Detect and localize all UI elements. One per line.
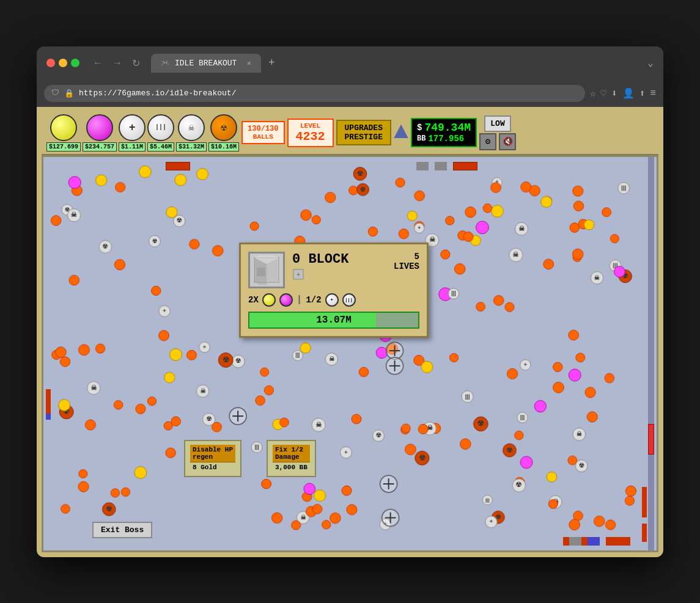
popup-ball-icons: 2X | 1/2 + ||| bbox=[248, 293, 419, 307]
account-icon[interactable]: 👤 bbox=[622, 87, 635, 100]
ball-btn-basic[interactable]: $127.699 bbox=[46, 114, 81, 152]
game-board[interactable]: 0 BLOCK + 5 LIVES 2X | bbox=[42, 155, 658, 552]
block-name: 0 BLOCK bbox=[292, 252, 386, 267]
popup-header: 0 BLOCK + 5 LIVES bbox=[248, 252, 419, 288]
upgrades-label: UPGRADES bbox=[345, 123, 383, 133]
sound-button[interactable]: 🔇 bbox=[499, 133, 516, 150]
bb-label: BB bbox=[417, 134, 426, 143]
address-bar[interactable]: 🛡 🔒 https://76games.io/idle-breakout/ bbox=[44, 85, 585, 102]
boss-tooltip-2-cost: 3,000 BB bbox=[273, 462, 310, 472]
lock-icon: 🔒 bbox=[64, 89, 74, 98]
popup-progress-bar: 13.07M bbox=[248, 312, 419, 329]
boss-tooltip-2-header: Fix 1/2 Damage bbox=[273, 445, 310, 462]
block-lives-label: LIVES bbox=[394, 261, 419, 271]
ball-btn-nuclear[interactable]: ☢ $10.16M bbox=[208, 114, 239, 152]
extensions-icon[interactable]: ⬆ bbox=[639, 87, 646, 100]
plasma-ball-price: $234.757 bbox=[83, 142, 117, 152]
basic-ball-icon bbox=[50, 114, 77, 141]
chevron-down-icon[interactable]: ⌄ bbox=[647, 57, 654, 69]
traffic-lights bbox=[46, 59, 79, 67]
reload-button[interactable]: ↻ bbox=[128, 56, 144, 70]
minimize-button[interactable] bbox=[59, 59, 67, 67]
browser-window: ← → ↻ 🎮 IDLE BREAKOUT ✕ + ⌄ 🛡 🔒 https://… bbox=[37, 46, 663, 557]
level-display: LEVEL 4232 bbox=[287, 119, 334, 147]
game-scrollbar[interactable] bbox=[648, 157, 654, 550]
gray-block-top-mid bbox=[416, 162, 429, 170]
popup-multiplier: 2X bbox=[248, 295, 259, 305]
settings-area: ⚙ 🔇 bbox=[479, 133, 516, 150]
ball-btn-scatter[interactable]: ||| $5.46M bbox=[147, 114, 174, 152]
shield-icon: 🛡 bbox=[51, 89, 59, 98]
gray-block-top-mid2 bbox=[435, 162, 447, 170]
popup-yellow-ball bbox=[262, 293, 276, 307]
boss-tooltip-2[interactable]: Fix 1/2 Damage 3,000 BB bbox=[267, 440, 316, 477]
tab-favicon: 🎮 bbox=[161, 59, 170, 68]
close-button[interactable] bbox=[46, 59, 55, 67]
popup-progress-value: 13.07M bbox=[316, 315, 352, 326]
settings-gear-button[interactable]: ⚙ bbox=[479, 133, 496, 150]
url-text[interactable]: https://76games.io/idle-breakout/ bbox=[79, 89, 236, 98]
basic-ball-price: $127.699 bbox=[46, 142, 81, 152]
level-value: 4232 bbox=[296, 130, 325, 144]
sniper-ball-icon: + bbox=[119, 114, 146, 141]
popup-half: 1/2 bbox=[306, 295, 321, 305]
ball-btn-plasma[interactable]: $234.757 bbox=[83, 114, 117, 152]
red-block-top-left bbox=[166, 162, 190, 170]
gray-block-bot1 bbox=[569, 537, 581, 546]
active-tab[interactable]: 🎮 IDLE BREAKOUT ✕ bbox=[151, 54, 261, 73]
svg-text:+: + bbox=[297, 272, 300, 279]
forward-button[interactable]: → bbox=[109, 56, 126, 70]
bookmark-icon[interactable]: ☆ bbox=[590, 87, 596, 100]
popup-pink-ball bbox=[279, 293, 293, 307]
balls-count-display: 130/130 BALLS bbox=[241, 121, 284, 144]
reading-list-icon[interactable]: ♡ bbox=[600, 87, 606, 100]
money-display: $ 749.34M BB 177.956 bbox=[411, 118, 477, 147]
blue-block-bot bbox=[588, 537, 600, 546]
left-indicator-blue bbox=[46, 414, 51, 420]
dollar-row: $ 749.34M bbox=[417, 122, 471, 134]
game-header: $127.699 $234.757 + $1.11M ||| bbox=[42, 112, 658, 155]
balls-count-text: 130/130 bbox=[248, 125, 278, 133]
right-indicator-red-bot bbox=[642, 524, 647, 542]
quality-button[interactable]: LOW bbox=[484, 115, 510, 132]
tab-title: IDLE BREAKOUT bbox=[175, 59, 237, 68]
red-block-top-right bbox=[453, 162, 477, 170]
sniper-ball-price: $1.11M bbox=[119, 142, 146, 152]
poison-ball-icon: ☠ bbox=[178, 114, 205, 141]
maximize-button[interactable] bbox=[71, 59, 79, 67]
popup-white-ball-scatter: ||| bbox=[342, 293, 356, 307]
prestige-arrow-button[interactable]: ▲ bbox=[394, 120, 408, 145]
new-tab-button[interactable]: + bbox=[263, 54, 280, 71]
history-buttons: ← → ↻ bbox=[89, 56, 144, 70]
balls-label: BALLS bbox=[248, 133, 278, 141]
plasma-ball-icon bbox=[86, 114, 113, 141]
boss-tooltip-1-cost: 8 Gold bbox=[190, 462, 235, 472]
download-icon[interactable]: ⬇ bbox=[611, 87, 617, 100]
scatter-ball-icon: ||| bbox=[147, 114, 174, 141]
svg-rect-4 bbox=[257, 268, 265, 276]
nuclear-ball-icon: ☢ bbox=[210, 114, 237, 141]
back-button[interactable]: ← bbox=[89, 56, 106, 70]
exit-boss-button[interactable]: Exit Boss bbox=[92, 522, 152, 538]
ball-btn-sniper[interactable]: + $1.11M bbox=[119, 114, 146, 152]
scatter-ball-price: $5.46M bbox=[147, 142, 174, 152]
popup-white-ball-plus: + bbox=[325, 293, 339, 307]
right-indicator-red-top bbox=[642, 487, 647, 517]
menu-icon[interactable]: ≡ bbox=[650, 88, 656, 99]
boss-tooltip-1-header: Disable HP regen bbox=[190, 445, 235, 462]
browser-toolbar: 🛡 🔒 https://76games.io/idle-breakout/ ☆ … bbox=[37, 80, 663, 107]
bb-value: 177.956 bbox=[428, 134, 464, 144]
block-info: 0 BLOCK + bbox=[292, 252, 386, 280]
poison-ball-price: $31.32M bbox=[176, 142, 207, 152]
popup-lives-area: 5 LIVES bbox=[394, 252, 419, 271]
toolbar-actions: ☆ ♡ ⬇ 👤 ⬆ ≡ bbox=[590, 87, 656, 100]
ball-btn-poison[interactable]: ☠ $31.32M bbox=[176, 114, 207, 152]
money-value: 749.34M bbox=[424, 122, 471, 134]
scrollbar-thumb[interactable] bbox=[648, 424, 654, 455]
block-lives-value: 5 bbox=[394, 252, 419, 261]
tab-close-button[interactable]: ✕ bbox=[247, 59, 251, 68]
level-label: LEVEL bbox=[296, 122, 325, 130]
dollar-sign: $ bbox=[417, 123, 422, 133]
boss-tooltip-1[interactable]: Disable HP regen 8 Gold bbox=[184, 440, 241, 477]
upgrades-prestige-button[interactable]: UPGRADES PRESTIGE bbox=[336, 120, 391, 145]
